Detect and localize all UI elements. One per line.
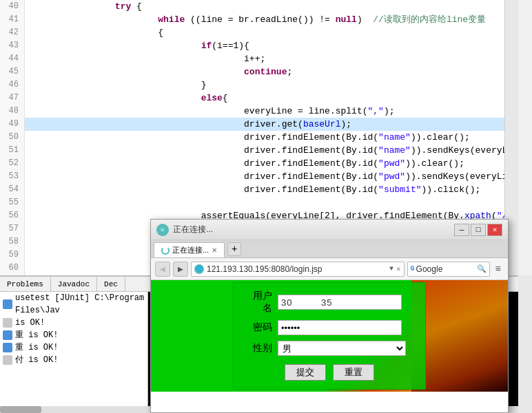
form-buttons: 提交 重置 <box>247 364 411 381</box>
back-button[interactable]: ◀ <box>155 262 170 277</box>
forward-button[interactable]: ▶ <box>173 262 188 277</box>
code-line-49: 49 driver.get(baseUrl); <box>0 118 518 131</box>
code-line-55: 55 <box>0 196 518 209</box>
address-dropdown-arrow[interactable]: ▼ <box>389 265 393 273</box>
background-image <box>411 280 508 392</box>
browser-tab-bar: 正在连接... ✕ + <box>151 240 508 258</box>
password-label: 密码 <box>247 321 272 334</box>
login-form: 用户名 密码 性别 男 女 提交 重置 <box>233 282 426 390</box>
console-line-0: usetest [JUnit] C:\Program Files\Jav <box>0 292 147 317</box>
browser-titlebar: ↻ 正在连接... — □ ✕ <box>151 220 508 240</box>
close-button[interactable]: ✕ <box>487 224 502 236</box>
code-line-41: 41 while ((line = br.readLine()) != null… <box>0 13 518 26</box>
console-icon-0 <box>3 299 12 309</box>
form-row-username: 用户名 <box>247 290 411 315</box>
console-text-4: 付 is OK! <box>15 354 58 366</box>
console-line-4: 付 is OK! <box>0 354 147 366</box>
code-line-46: 46 } <box>0 78 518 92</box>
console-panel: usetest [JUnit] C:\Program Files\Jav is … <box>0 292 148 413</box>
password-input[interactable] <box>278 320 402 335</box>
search-box[interactable]: G Google 🔍 <box>407 262 490 277</box>
form-row-password: 密码 <box>247 320 411 335</box>
console-line-2: 重 is OK! <box>0 329 147 341</box>
console-line-1: is OK! <box>0 317 147 329</box>
tab-javadoc-label: Javadoc <box>58 280 90 288</box>
code-line-44: 44 i++; <box>0 52 518 65</box>
console-text-3: 重 is OK! <box>15 341 58 354</box>
gender-label: 性别 <box>247 342 272 354</box>
horizontal-scrollbar-thumb[interactable] <box>0 406 41 413</box>
browser-menu-button[interactable]: ≡ <box>493 264 504 275</box>
tab-problems[interactable]: Problems <box>0 277 51 291</box>
console-icon-1 <box>3 318 12 328</box>
new-tab-button[interactable]: + <box>227 242 241 256</box>
tab-dec-label: Dec <box>104 280 118 288</box>
browser-favicon: ↻ <box>156 224 169 236</box>
code-line-53: 53 driver.findElement(By.id("pwd")).send… <box>0 170 518 183</box>
console-text-2: 重 is OK! <box>15 329 58 341</box>
form-row-gender: 性别 男 女 <box>247 341 411 356</box>
tab-loading-spinner <box>161 246 170 255</box>
browser-tab-label: 正在连接... <box>172 245 209 255</box>
address-clear-button[interactable]: ✕ <box>396 264 401 273</box>
search-engine-text: Google <box>416 264 475 274</box>
tab-javadoc[interactable]: Javadoc <box>51 277 97 291</box>
username-input[interactable] <box>278 295 402 310</box>
browser-toolbar: ◀ ▶ 🌐 121.193.130.195:8080/login.jsp ▼ ✕… <box>151 258 508 280</box>
browser-window-controls: — □ ✕ <box>454 224 502 236</box>
code-line-52: 52 driver.findElement(By.id("pwd")).clea… <box>0 157 518 170</box>
code-line-51: 51 driver.findElement(By.id("name")).sen… <box>0 144 518 157</box>
console-text-0: usetest [JUnit] C:\Program Files\Jav <box>15 292 147 317</box>
console-text-1: is OK! <box>15 317 45 329</box>
google-logo: G <box>411 265 415 273</box>
code-line-42: 42 { <box>0 26 518 39</box>
address-bar[interactable]: 🌐 121.193.130.195:8080/login.jsp ▼ ✕ <box>191 262 405 277</box>
code-line-45: 45 continue; <box>0 65 518 78</box>
maximize-button[interactable]: □ <box>471 224 486 236</box>
code-line-47: 47 else{ <box>0 92 518 105</box>
browser-content: 用户名 密码 性别 男 女 提交 重置 <box>151 280 508 392</box>
browser-popup: ↻ 正在连接... — □ ✕ 正在连接... ✕ + ◀ ▶ 🌐 121.19… <box>150 219 509 413</box>
browser-title-text: 正在连接... <box>173 224 454 235</box>
tab-dec[interactable]: Dec <box>97 277 125 291</box>
browser-tab-active[interactable]: 正在连接... ✕ <box>154 242 225 257</box>
search-icon[interactable]: 🔍 <box>477 264 487 273</box>
console-icon-4 <box>3 355 12 365</box>
submit-button[interactable]: 提交 <box>285 364 326 381</box>
console-line-3: 重 is OK! <box>0 341 147 354</box>
username-label: 用户名 <box>247 290 272 315</box>
minimize-button[interactable]: — <box>454 224 469 236</box>
gender-select[interactable]: 男 女 <box>278 341 406 356</box>
reset-button[interactable]: 重置 <box>333 364 374 381</box>
console-icon-3 <box>3 343 12 352</box>
code-line-43: 43 if(i==1){ <box>0 39 518 52</box>
code-line-40: 40 try { <box>0 0 518 13</box>
tab-problems-label: Problems <box>7 280 43 288</box>
code-line-48: 48 everyLine = line.split(","); <box>0 105 518 118</box>
bottom-scrollbar[interactable] <box>518 275 532 413</box>
console-icon-2 <box>3 330 12 340</box>
address-favicon: 🌐 <box>194 264 204 274</box>
code-line-50: 50 driver.findElement(By.id("name")).cle… <box>0 131 518 144</box>
tab-close-button[interactable]: ✕ <box>212 246 217 254</box>
address-text: 121.193.130.195:8080/login.jsp <box>207 264 387 274</box>
code-line-54: 54 driver.findElement(By.id("submit")).c… <box>0 183 518 196</box>
